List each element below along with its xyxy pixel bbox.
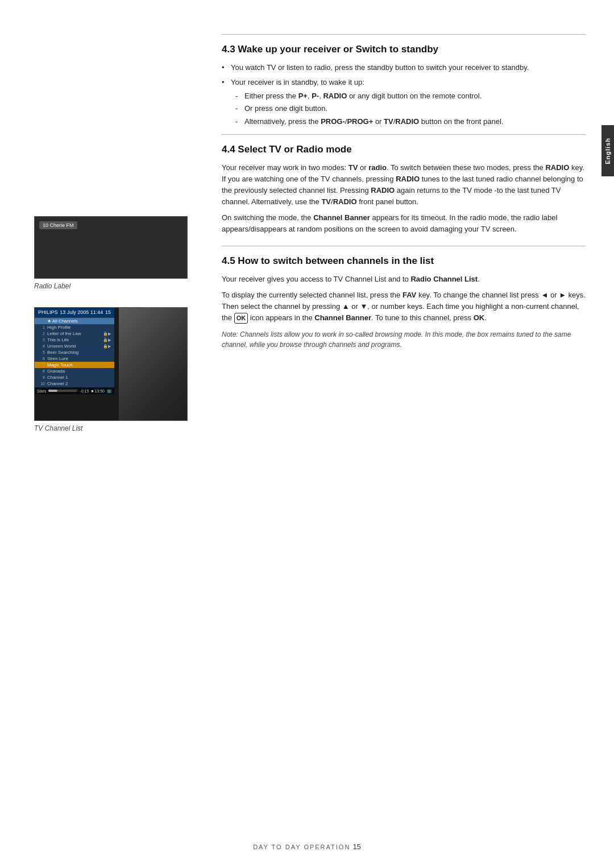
side-tab-label: English <box>604 138 611 164</box>
list-item: Either press the P+, P-, RADIO or any di… <box>235 90 586 102</box>
radio-label-caption: Radio Label <box>34 282 199 290</box>
section-45-title: 4.5 How to switch between channels in th… <box>222 255 586 267</box>
tv-bottom-bar: Stars -0:15 ■ 13:50 📺 <box>35 387 114 394</box>
footer-label: DAY TO DAY OPERATION <box>253 844 350 850</box>
tv-num: 15 <box>105 309 111 315</box>
section-45-note: Note: Channels lists allow you to work i… <box>222 329 586 350</box>
divider-43 <box>222 34 586 35</box>
list-item: 8 Granada <box>35 368 114 374</box>
ok-icon: OK <box>234 313 248 324</box>
section-43-bullets: You watch TV or listen to radio, press t… <box>222 62 586 127</box>
list-item: 5 Beer Searching <box>35 349 114 356</box>
tv-background <box>119 308 187 421</box>
section-44-title: 4.4 Select TV or Radio mode <box>222 144 586 155</box>
tv-channel-block: PHILIPS 13 July 2005 11:44 15 ★ All Chan… <box>34 307 199 432</box>
section-44-para2: On switching the mode, the Channel Banne… <box>222 212 586 235</box>
list-item: 4 Unseen World 🔒▶ <box>35 343 114 349</box>
tv-channel-list-inner: ★ All Channels 1 High Profile 2 Letter o… <box>35 317 114 394</box>
divider-44 <box>222 134 586 135</box>
list-item: You watch TV or listen to radio, press t… <box>222 62 586 73</box>
list-item: Or press one digit button. <box>235 103 586 114</box>
section-44-body: Your receiver may work in two modes: TV … <box>222 162 586 235</box>
list-item: 3 This is Life 🔒▶ <box>35 337 114 343</box>
list-item: 7 Magic Touch <box>35 362 114 368</box>
list-item: ★ All Channels <box>35 318 114 324</box>
section-45-para2: To display the currently selected channe… <box>222 290 586 324</box>
tv-progress-bar <box>48 390 77 392</box>
list-item: 6 Siren Lure <box>35 356 114 362</box>
list-item: 2 Letter of the Law 🔒▶ <box>35 330 114 337</box>
tv-channel-image: PHILIPS 13 July 2005 11:44 15 ★ All Chan… <box>34 307 188 421</box>
tv-overlay-list: PHILIPS 13 July 2005 11:44 15 ★ All Chan… <box>35 308 114 394</box>
radio-label-image: 10 Cherie FM <box>34 216 188 279</box>
tv-channel-caption: TV Channel List <box>34 424 199 432</box>
left-column: 10 Cherie FM Radio Label PHILIPS 13 July… <box>34 216 199 449</box>
page-footer: DAY TO DAY OPERATION 15 <box>0 842 614 851</box>
radio-label-badge: 10 Cherie FM <box>39 221 77 229</box>
radio-label-block: 10 Cherie FM Radio Label <box>34 216 199 290</box>
section-43-subbullets: Either press the P+, P-, RADIO or any di… <box>235 90 586 127</box>
list-item: 9 Channel 1 <box>35 374 114 381</box>
list-item: 1 High Profile <box>35 324 114 330</box>
section-45-para1: Your receiver gives you access to TV Cha… <box>222 274 586 285</box>
list-item: Alternatively, press the PROG-/PROG+ or … <box>235 116 586 127</box>
list-item: Your receiver is in standby, to wake it … <box>222 77 586 127</box>
tv-date: 13 July 2005 11:44 <box>60 309 103 315</box>
side-tab: English <box>601 125 614 176</box>
divider-45 <box>222 246 586 246</box>
section-45-body: Your receiver gives you access to TV Cha… <box>222 274 586 350</box>
section-43-title: 4.3 Wake up your receiver or Switch to s… <box>222 44 586 55</box>
tv-progress-fill <box>48 390 57 392</box>
right-column: 4.3 Wake up your receiver or Switch to s… <box>222 34 586 360</box>
tv-brand: PHILIPS <box>38 309 58 315</box>
tv-channel-header: PHILIPS 13 July 2005 11:44 15 <box>35 308 114 317</box>
footer-page-number: 15 <box>352 842 360 851</box>
section-44-para1: Your receiver may work in two modes: TV … <box>222 162 586 208</box>
list-item: 10 Channel 2 <box>35 381 114 387</box>
